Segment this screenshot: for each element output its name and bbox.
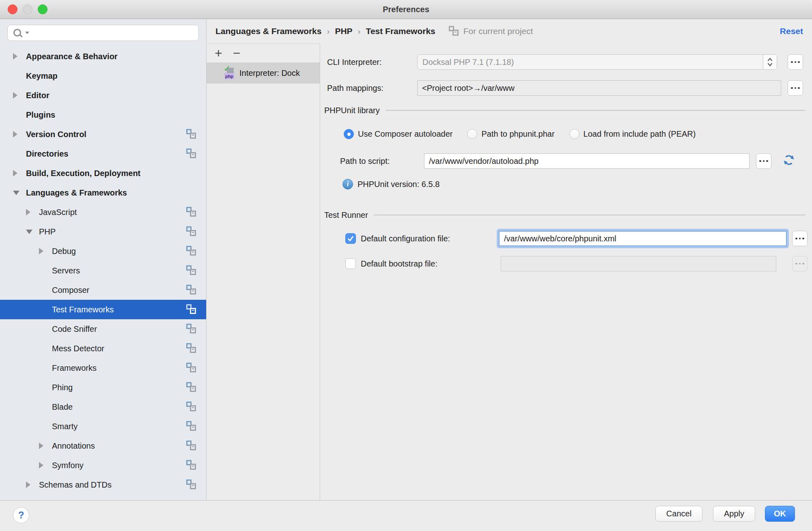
sidebar-item-label: Schemas and DTDs bbox=[39, 480, 112, 490]
sidebar-item-blade[interactable]: Blade bbox=[0, 397, 206, 417]
test-runner-section: Test Runner bbox=[324, 206, 806, 224]
chevron-down-icon[interactable] bbox=[26, 230, 39, 234]
path-to-script-browse-button[interactable] bbox=[756, 153, 771, 169]
sidebar-item-code-sniffer[interactable]: Code Sniffer bbox=[0, 319, 206, 339]
default-bootstrap-field[interactable] bbox=[501, 256, 776, 271]
sidebar-item-label: Blade bbox=[52, 402, 73, 412]
sidebar-item-test-frameworks[interactable]: Test Frameworks bbox=[0, 300, 206, 319]
sidebar-item-label: Code Sniffer bbox=[52, 325, 97, 334]
sidebar-item-schemas-and-dtds[interactable]: Schemas and DTDs bbox=[0, 475, 206, 494]
default-configuration-label: Default configuration file: bbox=[361, 234, 450, 243]
sidebar-item-label: Annotations bbox=[52, 441, 95, 451]
per-project-icon bbox=[186, 324, 196, 334]
sidebar-item-label: Directories bbox=[26, 149, 69, 159]
path-mappings-row: Path mappings: <Project root>→/var/www bbox=[320, 79, 812, 97]
close-window-button[interactable] bbox=[8, 4, 17, 14]
sidebar-item-label: Composer bbox=[52, 286, 89, 295]
path-to-script-field[interactable]: /var/www/vendor/autoload.php bbox=[424, 153, 750, 169]
search-input[interactable] bbox=[32, 28, 198, 37]
help-button[interactable]: ? bbox=[13, 507, 29, 523]
cli-interpreter-browse-button[interactable] bbox=[788, 54, 803, 70]
settings-search-field[interactable] bbox=[7, 25, 199, 41]
zoom-window-button[interactable] bbox=[38, 4, 47, 14]
chevron-right-icon[interactable] bbox=[13, 170, 26, 176]
remove-interpreter-button[interactable]: − bbox=[233, 47, 241, 60]
sidebar-item-label: Debug bbox=[52, 247, 76, 256]
php-file-icon: ✓ php bbox=[224, 66, 236, 80]
refresh-icon[interactable] bbox=[783, 154, 795, 168]
sidebar-item-languages-frameworks[interactable]: Languages & Frameworks bbox=[0, 183, 206, 202]
sidebar-item-servers[interactable]: Servers bbox=[0, 261, 206, 280]
interpreter-list-item[interactable]: ✓ php Interpreter: Dock bbox=[207, 62, 320, 84]
sidebar-item-annotations[interactable]: Annotations bbox=[0, 436, 206, 456]
ok-button[interactable]: OK bbox=[765, 506, 795, 522]
chevron-right-icon[interactable] bbox=[39, 443, 52, 449]
radio-use-composer-autoloader[interactable]: Use Composer autoloader bbox=[344, 129, 452, 139]
sidebar-item-build-execution-deployment[interactable]: Build, Execution, Deployment bbox=[0, 163, 206, 183]
chevron-right-icon[interactable] bbox=[13, 92, 26, 99]
chevron-right-icon[interactable] bbox=[39, 248, 52, 254]
default-configuration-browse-button[interactable] bbox=[792, 231, 808, 246]
sidebar-item-directories[interactable]: Directories bbox=[0, 144, 206, 163]
default-bootstrap-label: Default bootstrap file: bbox=[361, 259, 437, 269]
cli-interpreter-select[interactable]: Docksal PHP 7.1 (7.1.18) bbox=[417, 54, 777, 70]
per-project-icon bbox=[186, 129, 196, 140]
sidebar-item-frameworks[interactable]: Frameworks bbox=[0, 358, 206, 378]
sidebar-item-symfony[interactable]: Symfony bbox=[0, 456, 206, 475]
sidebar-item-label: Phing bbox=[52, 383, 73, 392]
stepper-chevrons-icon[interactable] bbox=[763, 55, 777, 69]
default-configuration-checkbox[interactable] bbox=[345, 233, 356, 244]
current-project-icon bbox=[448, 26, 459, 37]
test-runner-title: Test Runner bbox=[324, 211, 368, 220]
path-to-script-label: Path to script: bbox=[340, 157, 390, 166]
sidebar-item-javascript[interactable]: JavaScript bbox=[0, 202, 206, 222]
sidebar-item-phing[interactable]: Phing bbox=[0, 378, 206, 397]
sidebar-item-label: Smarty bbox=[52, 422, 78, 431]
phpunit-version-text: PHPUnit version: 6.5.8 bbox=[358, 180, 439, 189]
chevron-right-icon[interactable] bbox=[39, 462, 52, 469]
chevron-right-icon[interactable] bbox=[26, 209, 39, 215]
sidebar-item-debug[interactable]: Debug bbox=[0, 241, 206, 261]
sidebar-item-label: Version Control bbox=[26, 130, 86, 139]
sidebar-item-editor[interactable]: Editor bbox=[0, 86, 206, 105]
chevron-right-icon[interactable] bbox=[13, 53, 26, 60]
breadcrumb-php[interactable]: PHP bbox=[335, 26, 352, 36]
section-divider bbox=[386, 110, 806, 111]
path-mappings-label: Path mappings: bbox=[327, 84, 383, 93]
minimize-window-button[interactable] bbox=[23, 4, 32, 14]
settings-sidebar: Appearance & Behavior Keymap Editor Plug… bbox=[0, 19, 206, 500]
chevron-right-icon[interactable] bbox=[13, 131, 26, 138]
sidebar-item-mess-detector[interactable]: Mess Detector bbox=[0, 339, 206, 358]
breadcrumb-languages-frameworks[interactable]: Languages & Frameworks bbox=[215, 26, 321, 36]
sidebar-item-php[interactable]: PHP bbox=[0, 222, 206, 241]
path-mappings-browse-button[interactable] bbox=[788, 80, 803, 96]
per-project-icon bbox=[186, 148, 196, 159]
radio-load-from-include-path[interactable]: Load from include path (PEAR) bbox=[569, 129, 696, 139]
sidebar-item-keymap[interactable]: Keymap bbox=[0, 66, 206, 86]
radio-icon[interactable] bbox=[569, 129, 579, 139]
apply-button[interactable]: Apply bbox=[713, 506, 755, 522]
reset-link[interactable]: Reset bbox=[780, 26, 803, 36]
chevron-right-icon[interactable] bbox=[26, 482, 39, 488]
chevron-down-icon[interactable] bbox=[13, 191, 26, 195]
per-project-icon bbox=[186, 479, 196, 490]
sidebar-item-composer[interactable]: Composer bbox=[0, 280, 206, 300]
cli-interpreter-label: CLI Interpreter: bbox=[327, 58, 382, 67]
cancel-button[interactable]: Cancel bbox=[655, 506, 702, 522]
sidebar-item-plugins[interactable]: Plugins bbox=[0, 105, 206, 125]
default-configuration-field[interactable]: /var/www/web/core/phpunit.xml bbox=[499, 231, 787, 246]
radio-path-to-phpunit-phar[interactable]: Path to phpunit.phar bbox=[467, 129, 554, 139]
sidebar-item-version-control[interactable]: Version Control bbox=[0, 125, 206, 144]
interpreter-toolbar: + − bbox=[207, 44, 320, 62]
path-mappings-field[interactable]: <Project root>→/var/www bbox=[417, 80, 781, 96]
radio-selected-icon[interactable] bbox=[344, 129, 354, 139]
search-options-chevron-icon[interactable] bbox=[25, 32, 29, 34]
default-bootstrap-checkbox[interactable] bbox=[345, 258, 356, 269]
per-project-icon bbox=[186, 285, 196, 295]
sidebar-item-appearance-behavior[interactable]: Appearance & Behavior bbox=[0, 47, 206, 66]
interpreter-item-label: Interpreter: Dock bbox=[239, 69, 300, 78]
sidebar-item-smarty[interactable]: Smarty bbox=[0, 417, 206, 436]
radio-icon[interactable] bbox=[467, 129, 477, 139]
per-project-icon bbox=[186, 460, 196, 471]
add-interpreter-button[interactable]: + bbox=[215, 47, 222, 60]
